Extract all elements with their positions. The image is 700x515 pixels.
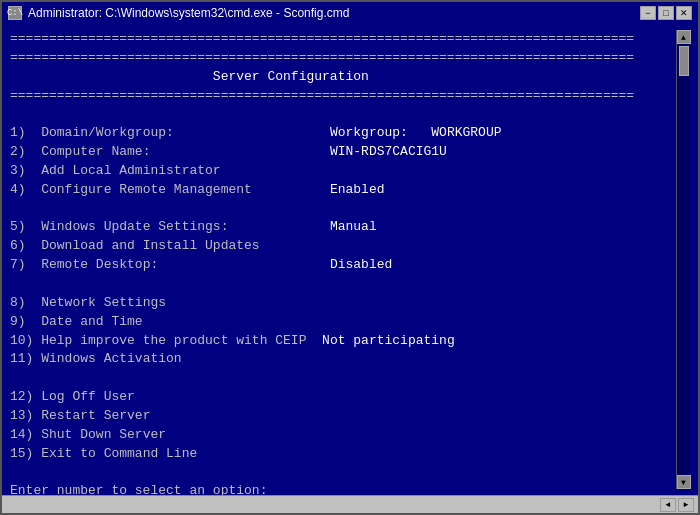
minimize-button[interactable]: − [640, 6, 656, 20]
menu-num: 5) [10, 219, 26, 234]
bottom-bar: ◄ ► [2, 495, 698, 513]
title-bar: C:\ Administrator: C:\Windows\system32\c… [2, 2, 698, 24]
menu-label: Windows Activation [41, 351, 181, 366]
title-bar-left: C:\ Administrator: C:\Windows\system32\c… [8, 6, 349, 20]
menu-label: Windows Update Settings: [41, 219, 228, 234]
menu-value: Not participating [322, 333, 455, 348]
scroll-track [677, 44, 690, 475]
menu-label: Date and Time [41, 314, 142, 329]
menu-item-15: 15) Exit to Command Line [10, 446, 197, 461]
separator-top: ========================================… [10, 31, 634, 65]
menu-label: Help improve the product with CEIP [41, 333, 306, 348]
menu-item-5: 5) Windows Update Settings: Manual [10, 219, 377, 234]
menu-label: Exit to Command Line [41, 446, 197, 461]
menu-label: Add Local Administrator [41, 163, 220, 178]
menu-item-4: 4) Configure Remote Management Enabled [10, 182, 384, 197]
menu-label: Shut Down Server [41, 427, 166, 442]
menu-value: Enabled [330, 182, 385, 197]
menu-label: Download and Install Updates [41, 238, 259, 253]
menu-num: 2) [10, 144, 26, 159]
menu-item-14: 14) Shut Down Server [10, 427, 166, 442]
menu-num: 8) [10, 295, 26, 310]
menu-label: Remote Desktop: [41, 257, 158, 272]
menu-label: Network Settings [41, 295, 166, 310]
menu-num: 1) [10, 125, 26, 140]
menu-num: 12) [10, 389, 33, 404]
menu-item-9: 9) Date and Time [10, 314, 143, 329]
menu-label: Log Off User [41, 389, 135, 404]
menu-num: 15) [10, 446, 33, 461]
menu-value: Disabled [330, 257, 392, 272]
menu-num: 6) [10, 238, 26, 253]
window-title: Administrator: C:\Windows\system32\cmd.e… [28, 6, 349, 20]
menu-label: Restart Server [41, 408, 150, 423]
menu-label: Domain/Workgroup: [41, 125, 174, 140]
scrollbar[interactable]: ▲ ▼ [676, 30, 690, 489]
menu-num: 13) [10, 408, 33, 423]
menu-num: 4) [10, 182, 26, 197]
menu-label: Configure Remote Management [41, 182, 252, 197]
cmd-icon: C:\ [8, 6, 22, 20]
menu-label: Computer Name: [41, 144, 150, 159]
menu-value: Manual [330, 219, 377, 234]
bottom-scroll-left[interactable]: ◄ [660, 498, 676, 512]
menu-item-6: 6) Download and Install Updates [10, 238, 260, 253]
menu-num: 11) [10, 351, 33, 366]
menu-num: 10) [10, 333, 33, 348]
menu-item-13: 13) Restart Server [10, 408, 150, 423]
scroll-down-button[interactable]: ▼ [677, 475, 691, 489]
menu-value: WIN-RDS7CACIG1U [330, 144, 447, 159]
menu-num: 14) [10, 427, 33, 442]
menu-num: 9) [10, 314, 26, 329]
maximize-button[interactable]: □ [658, 6, 674, 20]
menu-item-10: 10) Help improve the product with CEIP N… [10, 333, 455, 348]
menu-item-2: 2) Computer Name: WIN-RDS7CACIG1U [10, 144, 447, 159]
console-header: Server Configuration [10, 69, 369, 84]
menu-num: 7) [10, 257, 26, 272]
cmd-window: C:\ Administrator: C:\Windows\system32\c… [0, 0, 700, 515]
menu-item-8: 8) Network Settings [10, 295, 166, 310]
menu-item-12: 12) Log Off User [10, 389, 135, 404]
title-bar-buttons: − □ ✕ [640, 6, 692, 20]
menu-item-3: 3) Add Local Administrator [10, 163, 221, 178]
console-content: ========================================… [10, 30, 676, 489]
bottom-scroll-right[interactable]: ► [678, 498, 694, 512]
menu-num: 3) [10, 163, 26, 178]
menu-item-11: 11) Windows Activation [10, 351, 182, 366]
scroll-up-button[interactable]: ▲ [677, 30, 691, 44]
close-button[interactable]: ✕ [676, 6, 692, 20]
separator-mid: ========================================… [10, 88, 634, 103]
console-area: ========================================… [2, 24, 698, 495]
menu-item-1: 1) Domain/Workgroup: Workgroup: WORKGROU… [10, 125, 502, 140]
menu-item-7: 7) Remote Desktop: Disabled [10, 257, 392, 272]
scroll-thumb[interactable] [679, 46, 689, 76]
prompt-line: Enter number to select an option: [10, 483, 275, 495]
menu-value: Workgroup: WORKGROUP [330, 125, 502, 140]
